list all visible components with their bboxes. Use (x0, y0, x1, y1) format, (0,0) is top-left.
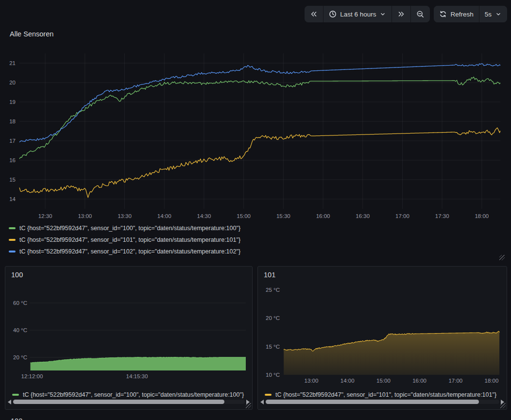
svg-text:15: 15 (9, 177, 16, 183)
scrollbar-track[interactable] (13, 400, 245, 404)
time-range-label: Last 6 hours (340, 11, 376, 18)
scrollbar-track[interactable] (265, 400, 499, 404)
panel-100: 100 60 °C40 °C20 °C12:12:0014:15:30 tC {… (5, 266, 253, 410)
refresh-interval-dropdown[interactable]: 5s (479, 6, 507, 22)
area-chart-sensor-101[interactable]: 25 °C20 °C15 °C10 °C13:0014:0015:0016:00… (258, 267, 506, 388)
legend-label[interactable]: tC {host="522bf9592d47", sensor_id="102"… (19, 248, 240, 255)
svg-text:15 °C: 15 °C (266, 344, 280, 350)
svg-text:13:00: 13:00 (305, 378, 319, 384)
svg-text:18:00: 18:00 (475, 213, 489, 219)
svg-text:20 °C: 20 °C (13, 354, 27, 360)
legend-item[interactable]: tC {host="522bf9592d47", sensor_id="101"… (9, 234, 240, 246)
sync-icon (439, 10, 447, 18)
timeseries-chart-alle-sensoren[interactable]: 212019181716151412:3013:0013:3014:0014:3… (0, 49, 511, 223)
refresh-button-group: Refresh 5s (434, 6, 507, 22)
legend-item[interactable]: tC {host="522bf9592d47", sensor_id="100"… (9, 222, 240, 234)
time-controls-toolbar: Last 6 hours (305, 6, 507, 22)
svg-text:17: 17 (9, 138, 16, 144)
refresh-interval-label: 5s (485, 11, 492, 18)
series-color-swatch (9, 239, 16, 241)
horizontal-scrollbar (260, 399, 504, 405)
legend-label[interactable]: tC {host="522bf9592d47", sensor_id="101"… (275, 391, 496, 398)
scrollbar-thumb[interactable] (13, 400, 224, 404)
svg-text:15:00: 15:00 (376, 378, 391, 384)
svg-text:12:12:00: 12:12:00 (21, 373, 43, 379)
scroll-left-arrow[interactable] (260, 400, 264, 404)
clock-icon (329, 10, 337, 18)
chevrons-left-icon (310, 10, 318, 18)
svg-text:16: 16 (9, 157, 16, 163)
svg-text:12:30: 12:30 (38, 213, 52, 219)
svg-text:21: 21 (9, 60, 16, 66)
svg-text:14:15:30: 14:15:30 (126, 373, 148, 379)
svg-text:14: 14 (9, 196, 16, 202)
svg-text:20 °C: 20 °C (266, 315, 280, 321)
svg-text:15:00: 15:00 (237, 213, 251, 219)
magnifier-minus-icon (416, 10, 425, 18)
series-color-swatch (9, 251, 16, 252)
svg-text:60 °C: 60 °C (13, 300, 27, 306)
chevron-down-icon (495, 11, 502, 17)
grafana-dashboard: Last 6 hours (0, 0, 511, 420)
time-range-picker-button[interactable]: Last 6 hours (323, 6, 392, 22)
scroll-left-arrow[interactable] (8, 400, 11, 404)
legend-alle-sensoren: tC {host="522bf9592d47", sensor_id="100"… (9, 222, 240, 257)
svg-text:16:00: 16:00 (412, 378, 426, 384)
refresh-button[interactable]: Refresh (434, 6, 478, 22)
svg-text:17:00: 17:00 (395, 213, 409, 219)
chevrons-right-icon (397, 10, 405, 18)
svg-text:16:30: 16:30 (356, 213, 370, 219)
panel-resize-handle[interactable] (500, 403, 506, 408)
svg-text:16:00: 16:00 (316, 213, 330, 219)
series-color-swatch (12, 394, 19, 396)
series-color-swatch (265, 394, 272, 396)
time-shift-forward-button[interactable] (392, 6, 410, 22)
svg-text:40 °C: 40 °C (13, 327, 27, 333)
panel-resize-handle[interactable] (499, 255, 505, 260)
legend-label[interactable]: tC {host="522bf9592d47", sensor_id="100"… (19, 225, 240, 232)
panel-title-102[interactable]: 102 (11, 417, 22, 420)
svg-text:15:30: 15:30 (276, 213, 290, 219)
chevron-down-icon (379, 11, 386, 17)
panel-title-alle-sensoren[interactable]: Alle Sensoren (10, 30, 53, 38)
legend-label[interactable]: tC {host="522bf9592d47", sensor_id="101"… (19, 236, 240, 243)
time-range-button-group: Last 6 hours (305, 6, 430, 22)
time-shift-back-button[interactable] (305, 6, 323, 22)
series-color-swatch (9, 227, 16, 229)
legend-label[interactable]: tC {host="522bf9592d47", sensor_id="100"… (23, 391, 244, 398)
panel-resize-handle[interactable] (246, 403, 251, 408)
horizontal-scrollbar (8, 399, 250, 405)
zoom-out-button[interactable] (410, 6, 430, 22)
scrollbar-thumb[interactable] (266, 400, 479, 404)
area-chart-sensor-100[interactable]: 60 °C40 °C20 °C12:12:0014:15:30 (5, 267, 251, 388)
svg-text:14:30: 14:30 (197, 213, 211, 219)
legend-item[interactable]: tC {host="522bf9592d47", sensor_id="102"… (9, 246, 240, 257)
svg-text:17:00: 17:00 (448, 378, 462, 384)
svg-text:17:30: 17:30 (435, 213, 449, 219)
panel-101: 101 25 °C20 °C15 °C10 °C13:0014:0015:001… (257, 266, 507, 410)
svg-text:13:30: 13:30 (118, 213, 132, 219)
svg-text:20: 20 (9, 80, 16, 85)
svg-text:13:00: 13:00 (78, 213, 92, 219)
svg-text:14:00: 14:00 (157, 213, 171, 219)
svg-text:25 °C: 25 °C (266, 287, 280, 293)
svg-text:18: 18 (9, 118, 16, 124)
svg-text:18:00: 18:00 (485, 378, 499, 384)
svg-text:19: 19 (9, 99, 16, 105)
svg-text:10 °C: 10 °C (266, 372, 280, 378)
refresh-label: Refresh (450, 11, 473, 18)
svg-text:14:00: 14:00 (341, 378, 355, 384)
